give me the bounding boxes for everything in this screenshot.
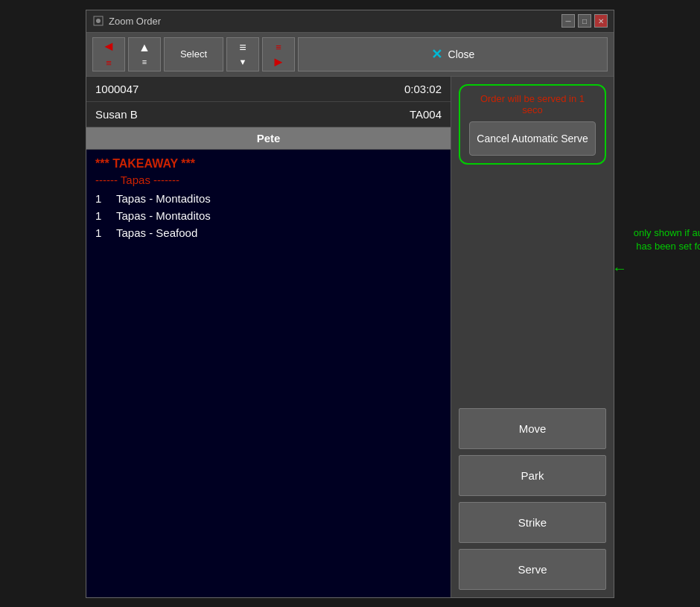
park-button[interactable]: Park [459,455,606,496]
app-icon [92,15,104,27]
maximize-button[interactable]: □ [578,14,591,28]
toolbar-nav-buttons: ◄≡ ▲≡ Select ≡▼ ≡► [92,37,295,71]
order-item-2: 1 Tapas - Montaditos [95,209,442,222]
down-icon: ≡▼ [239,41,247,68]
item-qty-1: 1 [95,192,107,205]
up-icon: ▲≡ [139,41,150,68]
action-panel: Order will be served in 1 seco Cancel Au… [451,77,614,597]
up-button[interactable]: ▲≡ [128,37,161,71]
svg-point-1 [96,19,101,23]
next-button[interactable]: ≡► [262,37,295,71]
window-title: Zoom Order [109,16,561,27]
order-id-row: 1000047 0:03:02 [86,77,451,102]
window-controls: ─ □ ✕ [561,14,608,28]
spacer [459,174,606,402]
select-button[interactable]: Select [164,37,223,71]
move-button[interactable]: Move [459,408,606,449]
down-button[interactable]: ≡▼ [226,37,259,71]
item-name-2: Tapas - Montaditos [116,209,211,222]
close-x-icon: ✕ [431,46,442,63]
auto-serve-info: Order will be served in 1 seco [469,93,596,115]
item-name-3: Tapas - Seafood [116,226,197,239]
order-item-3: 1 Tapas - Seafood [95,226,442,239]
next-icon: ≡► [272,39,285,70]
order-time: 0:03:02 [404,83,442,95]
main-content: 1000047 0:03:02 Susan B TA004 Pete *** T… [86,77,614,597]
annotation-arrow-icon: ← [612,260,627,277]
item-name-1: Tapas - Montaditos [116,192,211,205]
annotation-text: only shown if auto serve threshold has b… [629,226,700,253]
order-item-1: 1 Tapas - Montaditos [95,192,442,205]
server-name: Pete [86,127,451,150]
select-label: Select [180,48,207,60]
table-id: TA004 [410,108,442,121]
order-items-list: *** TAKEAWAY *** ------ Tapas ------- 1 … [86,150,451,597]
item-qty-2: 1 [95,209,107,222]
takeaway-label: *** TAKEAWAY *** [95,157,442,171]
customer-row: Susan B TA004 [86,102,451,127]
title-bar: Zoom Order ─ □ ✕ [86,10,614,33]
prev-icon: ◄≡ [102,39,115,70]
order-id: 1000047 [95,83,139,95]
zoom-order-window: Zoom Order ─ □ ✕ ◄≡ ▲≡ Select ≡▼ ≡► [86,10,614,598]
close-label: Close [448,48,475,60]
prev-button[interactable]: ◄≡ [92,37,125,71]
item-qty-3: 1 [95,226,107,239]
order-panel: 1000047 0:03:02 Susan B TA004 Pete *** T… [86,77,451,597]
tapas-category-label: ------ Tapas ------- [95,174,442,186]
customer-name: Susan B [95,108,138,121]
minimize-button[interactable]: ─ [561,14,575,28]
close-button[interactable]: ✕ Close [298,37,608,71]
serve-button[interactable]: Serve [459,549,606,590]
close-window-button[interactable]: ✕ [594,14,608,28]
cancel-auto-serve-button[interactable]: Cancel Automatic Serve [469,121,596,156]
strike-button[interactable]: Strike [459,502,606,543]
toolbar: ◄≡ ▲≡ Select ≡▼ ≡► ✕ Close [86,33,614,77]
auto-serve-box: Order will be served in 1 seco Cancel Au… [459,84,606,165]
